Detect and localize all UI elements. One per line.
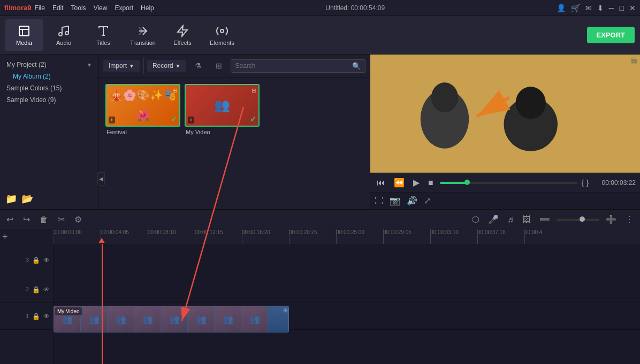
import-button[interactable]: Import ▼ bbox=[103, 60, 140, 72]
progress-bar[interactable] bbox=[440, 182, 577, 184]
purchase-icon[interactable]: 🛒 bbox=[571, 4, 580, 12]
sidebar-item-myalbum[interactable]: My Album (2) bbox=[0, 71, 98, 82]
zoom-slider-thumb[interactable] bbox=[580, 216, 585, 222]
track-header-2: 2 🔒 👁 bbox=[0, 276, 53, 303]
audio-button[interactable]: 🔊 bbox=[407, 196, 417, 206]
tab-effects[interactable]: Effects bbox=[164, 19, 201, 51]
zoom-slider[interactable] bbox=[557, 219, 599, 221]
sidebar: My Project (2) ▼ My Album (2) Sample Col… bbox=[0, 55, 99, 209]
tab-audio[interactable]: Audio bbox=[45, 19, 82, 51]
fullscreen-button[interactable]: ⤢ bbox=[424, 196, 431, 206]
play-button[interactable]: ▶ bbox=[411, 176, 422, 189]
tab-titles[interactable]: Titles bbox=[85, 19, 122, 51]
timeline: ↩ ↪ 🗑 ✂ ⚙ ⬡ 🎤 ♬ 🖼 ➖ ➕ ⋮ + 3 🔒 bbox=[0, 209, 640, 364]
track-2-eye-icon[interactable]: 👁 bbox=[43, 286, 50, 293]
filter-button[interactable]: ⚗ bbox=[189, 59, 207, 72]
mic-button[interactable]: 🎤 bbox=[486, 213, 501, 226]
track-1-lock-icon[interactable]: 🔒 bbox=[32, 313, 40, 320]
step-back-button[interactable]: ⏪ bbox=[392, 176, 407, 189]
progress-thumb[interactable] bbox=[464, 180, 470, 185]
add-track-button[interactable]: + bbox=[2, 231, 8, 243]
media-item-festival[interactable]: 🎪 🌸 🎨 ✨ 🎭 🌺 ⊞ + ✓ Festival bbox=[105, 84, 180, 135]
menu-tools[interactable]: Tools bbox=[71, 4, 86, 12]
sidebar-item-samplecolors[interactable]: Sample Colors (15) bbox=[0, 82, 98, 94]
undo-button[interactable]: ↩ bbox=[4, 213, 16, 226]
titlebar: filmora9 File Edit Tools View Export Hel… bbox=[0, 0, 640, 16]
timecode-5: 00:00:20:25 bbox=[289, 229, 317, 235]
snapshot-button[interactable]: 📷 bbox=[390, 196, 400, 206]
stop-button[interactable]: ■ bbox=[426, 177, 436, 189]
timecode-display: 00:00:03:22 bbox=[593, 179, 636, 187]
timeline-right-controls: ⬡ 🎤 ♬ 🖼 ➖ ➕ ⋮ bbox=[470, 213, 636, 226]
track-3-eye-icon[interactable]: 👁 bbox=[43, 257, 50, 264]
track-2-lock-icon[interactable]: 🔒 bbox=[32, 286, 40, 293]
sidebar-item-samplevideo[interactable]: Sample Video (9) bbox=[0, 94, 98, 106]
tab-transition[interactable]: Transition bbox=[124, 19, 162, 51]
close-button[interactable]: ✕ bbox=[629, 4, 636, 12]
more-button[interactable]: ⋮ bbox=[623, 213, 636, 226]
media-thumb-myvideo: 👥 ⊞ + ✓ bbox=[185, 84, 260, 127]
tab-elements[interactable]: Elements bbox=[203, 19, 241, 51]
tab-media[interactable]: Media bbox=[5, 19, 43, 51]
media-thumb-festival: 🎪 🌸 🎨 ✨ 🎭 🌺 ⊞ + ✓ bbox=[105, 84, 180, 127]
color-correct-button[interactable]: ⚙ bbox=[72, 213, 84, 226]
menu-file[interactable]: File bbox=[35, 4, 45, 12]
track-area: 00:00:00:00 00:00:04:05 00:00:08:10 00:0… bbox=[54, 229, 640, 364]
cut-button[interactable]: ✂ bbox=[56, 213, 67, 226]
audio-mix-button[interactable]: ♬ bbox=[505, 214, 516, 226]
zoom-in-button[interactable]: ➕ bbox=[604, 213, 619, 226]
time-line-2 bbox=[148, 229, 148, 244]
export-button[interactable]: EXPORT bbox=[587, 27, 635, 43]
preview-video: 🎬 bbox=[370, 55, 640, 173]
menu-help[interactable]: Help bbox=[141, 4, 154, 12]
svg-point-9 bbox=[516, 87, 546, 119]
user-icon[interactable]: 👤 bbox=[557, 4, 566, 12]
minimize-button[interactable]: ─ bbox=[609, 4, 614, 12]
import-label: Import bbox=[109, 62, 127, 69]
menu-view[interactable]: View bbox=[94, 4, 108, 12]
motion-button[interactable]: ⬡ bbox=[470, 213, 482, 226]
preview-extra-controls: ⛶ 📷 🔊 ⤢ bbox=[370, 192, 640, 209]
track-3-lock-icon[interactable]: 🔒 bbox=[32, 257, 40, 264]
delete-button[interactable]: 🗑 bbox=[37, 214, 50, 226]
search-input[interactable] bbox=[235, 62, 349, 69]
photo-motion-button[interactable]: 🖼 bbox=[520, 214, 533, 226]
clip-frame-3: 👥 bbox=[108, 306, 134, 332]
track-3-label: 3 bbox=[26, 257, 29, 263]
sidebar-collapse-button[interactable]: ◀ bbox=[97, 172, 105, 185]
record-button[interactable]: Record ▼ bbox=[147, 60, 186, 72]
media-item-myvideo[interactable]: 👥 ⊞ + ✓ My Video bbox=[185, 84, 260, 135]
sidebar-samplevideo-label: Sample Video (9) bbox=[6, 96, 56, 104]
clip-filmstrip: 👥 👥 👥 👥 👥 👥 👥 👥 bbox=[54, 306, 268, 332]
festival-thumbnail: 🎪 🌸 🎨 ✨ 🎭 🌺 bbox=[106, 85, 179, 126]
timeline-toolbar: ↩ ↪ 🗑 ✂ ⚙ ⬡ 🎤 ♬ 🖼 ➖ ➕ ⋮ bbox=[0, 210, 640, 229]
grid-view-button[interactable]: ⊞ bbox=[210, 59, 227, 72]
menu-edit[interactable]: Edit bbox=[52, 4, 64, 12]
track-lane-2 bbox=[54, 276, 640, 303]
mail-icon[interactable]: ✉ bbox=[585, 4, 592, 12]
progress-fill bbox=[440, 182, 467, 184]
redo-button[interactable]: ↪ bbox=[21, 213, 32, 226]
ruler-spacer: + bbox=[0, 229, 53, 244]
track-1-eye-icon[interactable]: 👁 bbox=[43, 313, 50, 320]
clip-frame-5: 👥 bbox=[161, 306, 188, 332]
rewind-button[interactable]: ⏮ bbox=[375, 177, 387, 189]
fullscreen-preview-button[interactable]: ⛶ bbox=[375, 196, 383, 206]
import-chevron-icon: ▼ bbox=[129, 63, 134, 69]
svg-point-2 bbox=[65, 32, 68, 35]
zoom-out-button[interactable]: ➖ bbox=[537, 213, 552, 226]
time-line-5 bbox=[289, 229, 289, 244]
menu-export[interactable]: Export bbox=[115, 4, 133, 12]
track-headers: + 3 🔒 👁 2 🔒 👁 1 🔒 👁 bbox=[0, 229, 54, 364]
grid-icon: ⊞ bbox=[172, 87, 177, 94]
import-media-button[interactable]: 📂 bbox=[21, 193, 33, 205]
search-container: 🔍 bbox=[231, 59, 365, 73]
sidebar-item-myproject[interactable]: My Project (2) ▼ bbox=[0, 59, 98, 71]
tab-effects-label: Effects bbox=[173, 40, 191, 46]
download-icon[interactable]: ⬇ bbox=[597, 4, 604, 12]
tab-elements-label: Elements bbox=[210, 40, 234, 46]
timecode-1: 00:00:04:05 bbox=[101, 229, 129, 235]
video-clip-myvideo[interactable]: My Video 👥 👥 👥 👥 👥 👥 👥 👥 ⊞ bbox=[54, 306, 289, 332]
new-folder-button[interactable]: 📁 bbox=[5, 193, 17, 205]
maximize-button[interactable]: □ bbox=[620, 4, 624, 12]
